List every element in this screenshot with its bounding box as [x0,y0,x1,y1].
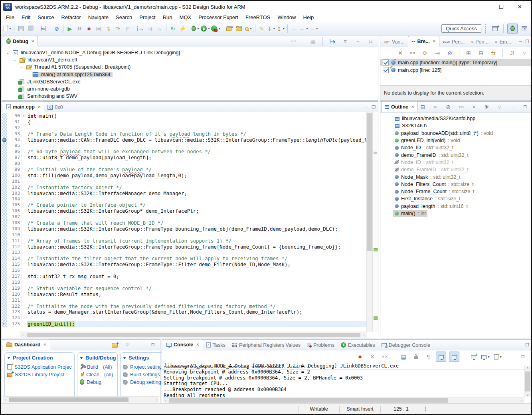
editor-gutter[interactable] [2,125,7,131]
skip-all-breakpoints-icon[interactable]: ⊘ [52,24,61,34]
code-line[interactable]: 106libuavcan::media::S32K::InterfaceGrou… [2,208,378,214]
external-tools-icon[interactable]: ▼ [211,24,221,34]
editor-gutter[interactable] [2,226,7,232]
debug-link[interactable]: Debug [80,378,115,386]
editor-gutter[interactable] [2,208,7,214]
remove-breakpoint-icon[interactable]: ✕ [396,48,405,58]
menu-help[interactable]: Help [300,13,318,22]
display-selected-console-icon[interactable] [469,352,478,362]
collapse-all-icon[interactable]: ⊟ [476,48,486,58]
code-line[interactable]: 102/* Instantiate factory object */ [2,185,378,191]
editor-gutter[interactable] [2,304,7,310]
view-menu-icon[interactable]: ▽ [340,37,350,46]
close-icon[interactable]: ✕ [196,342,199,347]
remove-launch-icon[interactable]: ✕ [368,352,377,362]
terminate-icon[interactable]: ■ [84,24,94,34]
debug-tree-item[interactable]: main() at main.cpp:125 0xb364 [2,71,378,78]
menu-project[interactable]: Project [136,13,159,22]
instruction-stepping-mode-icon[interactable]: i➜ [328,37,337,46]
step-into-icon[interactable]: ↴ [103,24,113,34]
tab-variables[interactable]: (x)=Vari... [381,37,408,47]
code-editor[interactable]: 90⊖int main()91{9293/* Frame's Data Leng… [2,112,378,338]
tab-debugger-console[interactable]: Debugger Console [378,340,433,350]
outline-item[interactable]: demo_FrameID : std::uint32_t [380,166,532,173]
open-resource-icon[interactable] [234,24,244,34]
sort-icon[interactable]: a↓ [431,102,440,112]
close-window-icon[interactable]: ✕ [510,4,529,10]
console-log[interactable]: Removing breakpoint @ address 0x0000B2E2… [164,366,524,397]
collapse-all-icon[interactable]: ⊟ [418,102,427,112]
outline-item[interactable]: Node_Mask : std::uint32_t [380,173,532,180]
debug-tree-item[interactable]: ⌄ClibuavcanV1_demo NODE_A Debug [GDB SEG… [2,49,378,56]
editor-gutter[interactable] [2,232,7,238]
maximize-icon[interactable]: ❐ [525,342,529,348]
editor-gutter[interactable] [2,274,7,280]
s32ds-library-project-link[interactable]: S32DS Library Project [7,371,72,378]
close-icon[interactable]: ✕ [433,39,436,43]
editor-gutter[interactable] [2,179,7,185]
tab-debug[interactable]: Debug ✕ [3,36,38,47]
maximize-icon[interactable]: ❐ [525,39,529,44]
editor-gutter[interactable] [2,280,7,286]
dropdown-arrow-icon[interactable]: ▼ [487,356,490,358]
editor-gutter[interactable] [2,244,7,250]
expander-icon[interactable]: ⌄ [19,65,24,69]
move-to-line-icon[interactable]: ⇉ [145,24,155,34]
remove-all-terminated-icon[interactable]: ✕✕ [289,37,298,46]
step-return-icon[interactable]: ↱ [123,24,132,34]
code-line[interactable]: 99/* Initial value of the frame's payloa… [2,167,378,173]
editor-overview-ruler[interactable] [372,112,378,332]
close-icon[interactable]: ✕ [31,39,34,43]
code-line[interactable]: 123status = demo_Manager.startInterfaceG… [2,309,378,315]
scroll-lock-icon[interactable] [411,352,421,362]
editor-gutter[interactable] [2,167,7,173]
debug-perspective-icon[interactable] [507,24,518,34]
code-line[interactable]: 118 [2,280,378,286]
code-line[interactable]: 112libuavcan::media::S32K::InterfaceGrou… [2,244,378,250]
editor-gutter[interactable] [2,113,7,119]
editor-gutter[interactable] [2,137,7,143]
menu-run[interactable]: Run [159,13,176,22]
editor-gutter[interactable] [2,131,7,137]
code-line[interactable]: 119/* Status variable for sequence contr… [2,286,378,292]
menu-processor-expert[interactable]: Processor Expert [195,13,242,22]
menu-refactor[interactable]: Refactor [58,13,85,22]
dropdown-arrow-icon[interactable]: ▼ [316,27,318,30]
hide-non-public-icon[interactable]: ● [469,102,479,112]
minimize-icon[interactable]: ─ [353,37,363,46]
code-line[interactable]: 92 [2,125,378,131]
editor-horizontal-scrollbar[interactable]: ‹ › [20,332,367,338]
editor-gutter[interactable] [2,262,7,268]
dashboard-section-header[interactable]: Project Creation [7,355,72,361]
go-to-file-icon[interactable]: ⇥ [433,48,442,58]
dropdown-arrow-icon[interactable]: ▼ [218,27,221,30]
editor-gutter[interactable] [2,292,7,298]
minimize-icon[interactable]: ─ [506,352,515,362]
resume-at-line-icon[interactable]: ⤷ [155,24,164,34]
debug-tree-item[interactable]: ⌄libuavcanV1_demo.elf [2,56,378,63]
mark-occurrences-icon[interactable]: ✎ [257,24,267,34]
import-project-icon[interactable] [110,340,119,350]
outline-item[interactable]: demo_FrameID : std::uint32_t [380,151,532,158]
skip-breakpoints-icon[interactable]: ⊘ [445,48,455,58]
clear-console-icon[interactable]: ▤ [399,352,408,362]
tab-peripheral-registers[interactable]: 1010 0101Peripheral Registers Values [229,340,304,350]
editor-gutter[interactable] [2,143,7,149]
breakpoint-row[interactable]: main.cpp [function: main()] [type: Tempo… [380,59,532,66]
hide-static-icon[interactable]: ⊘s [456,102,466,112]
next-annotation-icon[interactable]: ↥▼ [276,24,286,34]
dropdown-arrow-icon[interactable]: ▼ [249,27,252,30]
editor-gutter[interactable] [2,256,7,262]
close-icon[interactable]: ✕ [38,105,41,109]
outline-item[interactable]: Node_ID : std::uint32_t [380,144,532,151]
minimize-icon[interactable]: ─ [507,102,517,112]
flash-programmer-icon[interactable]: ⚡ [178,24,187,34]
editor-gutter[interactable] [2,173,7,179]
code-line[interactable]: 124 [2,315,378,321]
editor-gutter[interactable] [2,315,7,321]
code-line[interactable]: 111/* Array of frames to transmit (curre… [2,238,378,244]
open-perspective-icon[interactable] [490,24,500,34]
code-line[interactable]: 100std::fill(demo_payload,demo_payload+p… [2,173,378,179]
editor-gutter[interactable] [2,268,7,274]
fold-marker[interactable]: ⊖ [21,113,27,119]
